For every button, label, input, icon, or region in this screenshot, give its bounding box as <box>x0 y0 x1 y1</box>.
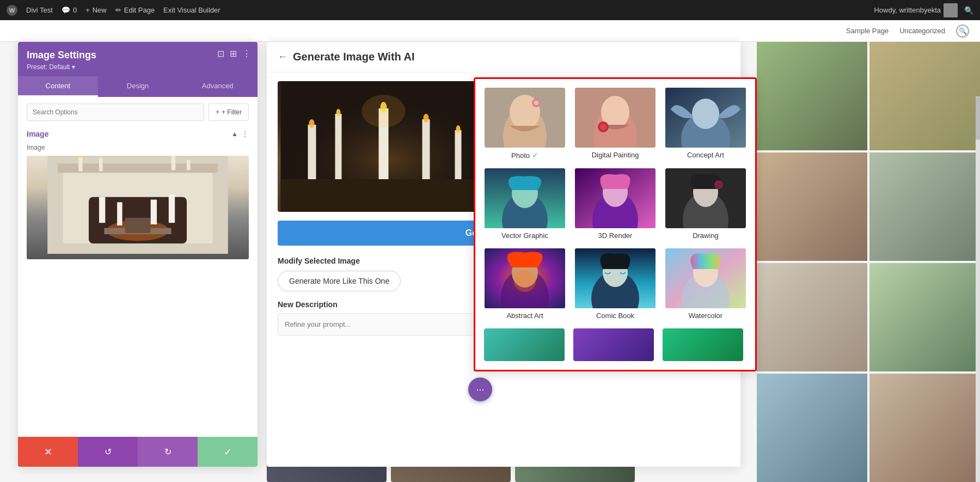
svg-rect-15 <box>169 194 175 223</box>
generate-like-button[interactable]: Generate More Like This One <box>278 271 401 291</box>
filter-plus-icon: + <box>216 108 219 116</box>
nav-sample-page[interactable]: Sample Page <box>846 27 889 35</box>
svg-point-57 <box>692 99 719 129</box>
svg-point-27 <box>424 114 429 123</box>
right-image-1 <box>757 42 867 150</box>
cancel-button[interactable]: ✕ <box>18 437 78 467</box>
section-actions: ▲ ⋮ <box>231 130 249 138</box>
style-more-3[interactable] <box>663 328 743 361</box>
panel-actions: ✕ ↺ ↻ ✓ <box>18 437 258 467</box>
style-label-digital: Digital Painting <box>592 151 639 159</box>
admin-bar-new[interactable]: + New <box>85 6 107 14</box>
panel-tabs: Content Design Advanced <box>18 76 258 97</box>
site-name-label: Divi Test <box>26 6 53 14</box>
panel-square-icon[interactable]: ⊡ <box>217 48 224 59</box>
style-item-vector-graphic[interactable]: Vector Graphic <box>484 168 566 240</box>
style-item-drawing[interactable]: Drawing <box>665 168 746 240</box>
style-item-concept-art[interactable]: Concept Art <box>665 88 746 160</box>
panel-body: + + Filter Image ▲ ⋮ Image <box>18 97 258 266</box>
tab-design[interactable]: Design <box>98 76 178 97</box>
nav-uncategorized[interactable]: Uncategorized <box>899 27 945 35</box>
admin-bar-howdy[interactable]: Howdy, writtenbyekta <box>874 3 958 17</box>
redo-button[interactable]: ↻ <box>138 437 198 467</box>
svg-rect-5 <box>78 156 83 171</box>
right-image-8 <box>869 374 980 482</box>
pencil-icon: ✏ <box>115 6 121 14</box>
generate-header: ← Generate Image With AI <box>267 42 740 72</box>
panel-header-actions: ⊡ ⊞ ⋮ <box>217 48 251 59</box>
style-item-abstract-art[interactable]: Abstract Art <box>484 248 566 320</box>
style-label-concept: Concept Art <box>687 151 724 159</box>
svg-rect-12 <box>99 197 105 223</box>
style-item-photo[interactable]: Photo ✓ <box>484 88 566 160</box>
style-drawing-svg <box>665 168 746 228</box>
svg-rect-19 <box>308 125 316 179</box>
svg-point-29 <box>362 95 406 127</box>
back-arrow-icon[interactable]: ← <box>278 51 287 63</box>
admin-bar: W Divi Test 💬 0 + New ✏ Edit Page Exit V… <box>0 0 980 20</box>
style-watercolor-svg <box>665 248 746 308</box>
image-preview <box>27 156 249 259</box>
style-more-1[interactable] <box>484 328 565 361</box>
filter-button[interactable]: + + Filter <box>209 103 249 121</box>
style-thumb-comic <box>575 248 656 308</box>
undo-button[interactable]: ↺ <box>78 437 138 467</box>
fireplace-svg <box>27 156 249 254</box>
style-abstract-svg <box>485 248 565 308</box>
page-content: Image Settings Preset: Default ▾ ⊡ ⊞ ⋮ C… <box>0 42 980 482</box>
save-button[interactable]: ✓ <box>198 437 258 467</box>
style-concept-svg <box>665 88 746 148</box>
wp-icon[interactable]: W <box>7 5 17 16</box>
svg-point-69 <box>714 180 723 189</box>
section-menu-icon[interactable]: ⋮ <box>241 130 249 138</box>
collapse-icon[interactable]: ▲ <box>231 130 238 138</box>
style-label-watercolor: Watercolor <box>689 312 722 320</box>
panel-preset: Preset: Default ▾ <box>27 63 249 71</box>
style-label-abstract: Abstract Art <box>506 312 543 320</box>
scrollbar-thumb[interactable] <box>976 96 980 140</box>
svg-point-53 <box>600 124 607 130</box>
admin-bar-comments[interactable]: 💬 0 <box>62 6 77 14</box>
tab-advanced[interactable]: Advanced <box>177 76 258 97</box>
panel-title: Image Settings <box>27 50 249 61</box>
panel-more-icon[interactable]: ⋮ <box>242 48 251 59</box>
admin-bar-exit-builder[interactable]: Exit Visual Builder <box>163 6 220 14</box>
right-images-grid <box>757 42 980 482</box>
tab-content[interactable]: Content <box>18 76 98 97</box>
admin-bar-edit-page[interactable]: ✏ Edit Page <box>115 6 155 14</box>
svg-point-28 <box>456 125 461 133</box>
speech-bubble-icon: 💬 <box>62 6 70 14</box>
svg-rect-20 <box>335 114 342 179</box>
style-photo-svg <box>485 88 565 148</box>
svg-point-48 <box>534 101 538 105</box>
panel-columns-icon[interactable]: ⊞ <box>230 48 237 59</box>
style-item-3d-render[interactable]: 3D Render <box>574 168 656 240</box>
style-thumb-3drender <box>575 168 656 228</box>
admin-bar-right: Howdy, writtenbyekta 🔍 <box>874 3 973 17</box>
right-image-2 <box>869 42 980 150</box>
style-label-vector: Vector Graphic <box>501 231 548 240</box>
admin-search-icon[interactable]: 🔍 <box>964 6 973 15</box>
style-item-digital-painting[interactable]: Digital Painting <box>574 88 656 160</box>
fab-button[interactable]: ··· <box>468 377 492 401</box>
svg-point-24 <box>309 119 315 128</box>
admin-bar-site-name[interactable]: Divi Test <box>26 6 53 14</box>
chevron-down-icon: ▾ <box>72 63 75 71</box>
generated-image-1[interactable] <box>278 81 501 212</box>
search-icon[interactable]: 🔍 <box>956 25 969 38</box>
style-label-comic: Comic Book <box>596 312 634 320</box>
style-more-row <box>484 328 746 361</box>
image-section-title: Image <box>27 130 48 138</box>
search-options-input[interactable] <box>27 103 204 121</box>
style-more-2[interactable] <box>573 328 654 361</box>
svg-rect-23 <box>455 130 462 179</box>
svg-rect-8 <box>171 156 176 170</box>
avatar <box>944 3 958 17</box>
right-image-6 <box>869 263 980 371</box>
style-item-comic-book[interactable]: Comic Book <box>574 248 656 320</box>
site-header: Sample Page Uncategorized 🔍 <box>0 20 980 42</box>
style-thumb-photo <box>485 88 565 148</box>
style-comic-svg <box>575 248 656 308</box>
dots-icon: ··· <box>476 384 484 395</box>
style-item-watercolor[interactable]: Watercolor <box>665 248 746 320</box>
